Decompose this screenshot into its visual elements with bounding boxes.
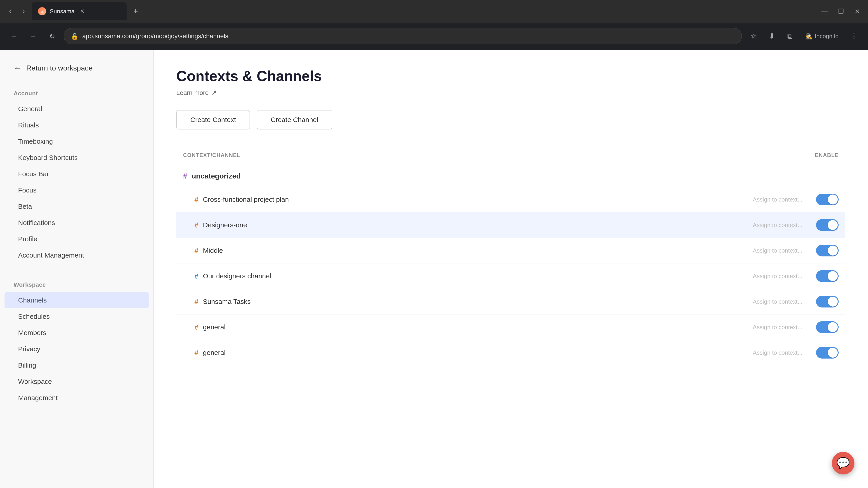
sidebar-item-members[interactable]: Members [4,325,149,341]
channel-row-general-2[interactable]: # general Assign to context... [176,340,845,365]
hash-icon-channel-6: # [194,349,198,357]
learn-more-label: Learn more [176,89,209,96]
channel-name-sunsama-tasks: Sunsama Tasks [203,298,748,305]
assign-context-label-3[interactable]: Assign to context... [753,273,802,280]
assign-context-label-5[interactable]: Assign to context... [753,324,802,331]
account-section-title: Account [0,86,153,101]
channel-name-general-1: general [203,323,748,331]
toggle-general-2[interactable] [816,347,839,359]
toggle-middle[interactable] [816,245,839,256]
tab-close-button[interactable]: ✕ [80,8,85,14]
action-buttons: Create Context Create Channel [176,110,845,129]
window-controls: — ❐ ✕ [818,5,864,18]
sidebar-item-account-management[interactable]: Account Management [4,248,149,263]
create-context-button[interactable]: Create Context [176,110,250,129]
hash-icon-channel-3: # [194,272,198,281]
channel-row-sunsama-tasks[interactable]: # Sunsama Tasks Assign to context... [176,289,845,314]
maximize-button[interactable]: ❐ [835,5,847,18]
bookmark-button[interactable]: ☆ [746,29,761,43]
toggle-knob-5 [828,322,838,332]
sidebar-divider [9,273,144,273]
toggle-knob-2 [828,246,838,256]
active-tab[interactable]: S Sunsama ✕ [32,2,127,20]
assign-context-label-4[interactable]: Assign to context... [753,298,802,305]
toggle-designers-one[interactable] [816,219,839,231]
toggle-knob-6 [828,348,838,358]
channel-row-middle[interactable]: # Middle Assign to context... [176,238,845,263]
browser-chrome: ‹ › S Sunsama ✕ + — ❐ ✕ ← → ↻ 🔒 app.suns… [0,0,868,50]
url-text: app.sunsama.com/group/moodjoy/settings/c… [82,33,228,40]
hash-icon-channel-1: # [194,221,198,229]
sidebar-item-beta[interactable]: Beta [4,199,149,215]
toggle-our-designers[interactable] [816,270,839,282]
learn-more-icon: ↗ [211,89,217,96]
tab-title: Sunsama [50,8,74,15]
sidebar-item-timeboxing[interactable]: Timeboxing [4,133,149,149]
channel-row-cross-functional[interactable]: # Cross-functional project plan Assign t… [176,187,845,212]
main-content: Contexts & Channels Learn more ↗ Create … [154,50,868,488]
channel-name-cross-functional: Cross-functional project plan [203,196,748,203]
assign-context-label-1[interactable]: Assign to context... [753,222,802,229]
sidebar: ← Return to workspace Account General Ri… [0,50,154,488]
table-header: CONTEXT/CHANNEL ENABLE [176,148,845,163]
context-group-uncategorized: # uncategorized # Cross-functional proje… [176,166,845,365]
hash-icon-channel: # [194,195,198,204]
col-context-channel: CONTEXT/CHANNEL [183,152,241,158]
account-section: Account General Rituals Timeboxing Keybo… [0,86,153,264]
sidebar-item-general[interactable]: General [4,101,149,117]
menu-button[interactable]: ⋮ [847,29,861,43]
learn-more-link[interactable]: Learn more ↗ [176,89,845,96]
sidebar-item-rituals[interactable]: Rituals [4,117,149,133]
sidebar-item-management[interactable]: Management [4,390,149,406]
toggle-knob-1 [828,220,838,230]
forward-button[interactable]: → [26,29,40,43]
tab-favicon: S [38,7,46,15]
back-button[interactable]: ← [7,29,21,43]
toggle-knob-3 [828,271,838,281]
assign-context-label-6[interactable]: Assign to context... [753,349,802,356]
url-bar[interactable]: 🔒 app.sunsama.com/group/moodjoy/settings… [64,28,742,44]
sidebar-item-focus-bar[interactable]: Focus Bar [4,166,149,182]
channel-row-designers-one[interactable]: # Designers-one Assign to context... [176,212,845,238]
hash-icon-channel-4: # [194,297,198,306]
download-button[interactable]: ⬇ [765,29,779,43]
toggle-sunsama-tasks[interactable] [816,296,839,307]
chat-icon: 💬 [836,457,850,469]
sidebar-item-keyboard-shortcuts[interactable]: Keyboard Shortcuts [4,150,149,166]
return-to-workspace-link[interactable]: ← Return to workspace [0,59,153,77]
close-button[interactable]: ✕ [851,5,864,18]
workspace-section: Workspace Channels Schedules Members Pri… [0,278,153,406]
toggle-cross-functional[interactable] [816,194,839,205]
minimize-button[interactable]: — [818,5,831,18]
tab-bar: ‹ › S Sunsama ✕ + — ❐ ✕ [0,0,868,23]
hash-icon-context: # [183,172,187,180]
sidebar-item-notifications[interactable]: Notifications [4,215,149,231]
hash-icon-channel-2: # [194,247,198,255]
sidebar-item-focus[interactable]: Focus [4,182,149,198]
channel-row-general-1[interactable]: # general Assign to context... [176,314,845,340]
channel-row-our-designers[interactable]: # Our designers channel Assign to contex… [176,263,845,289]
assign-context-label-2[interactable]: Assign to context... [753,247,802,254]
chat-button[interactable]: 💬 [832,452,855,475]
channel-name-our-designers: Our designers channel [203,272,748,280]
tab-nav-next[interactable]: › [18,6,29,17]
sidebar-item-channels[interactable]: Channels [4,292,149,308]
assign-context-label-0[interactable]: Assign to context... [753,196,802,203]
sidebar-item-profile[interactable]: Profile [4,231,149,247]
sidebar-item-privacy[interactable]: Privacy [4,341,149,357]
extensions-button[interactable]: ⧉ [782,29,797,43]
sidebar-item-workspace[interactable]: Workspace [4,374,149,390]
channel-name-designers-one: Designers-one [203,221,748,229]
context-header-uncategorized: # uncategorized [176,166,845,187]
sidebar-item-schedules[interactable]: Schedules [4,308,149,324]
create-channel-button[interactable]: Create Channel [257,110,332,129]
toggle-general-1[interactable] [816,321,839,333]
toggle-knob [828,195,838,204]
toggle-knob-4 [828,297,838,306]
workspace-section-title: Workspace [0,278,153,292]
tab-nav-prev[interactable]: ‹ [4,6,16,17]
reload-button[interactable]: ↻ [45,29,59,43]
new-tab-button[interactable]: + [129,4,143,18]
return-to-workspace-label: Return to workspace [26,64,92,72]
sidebar-item-billing[interactable]: Billing [4,357,149,373]
